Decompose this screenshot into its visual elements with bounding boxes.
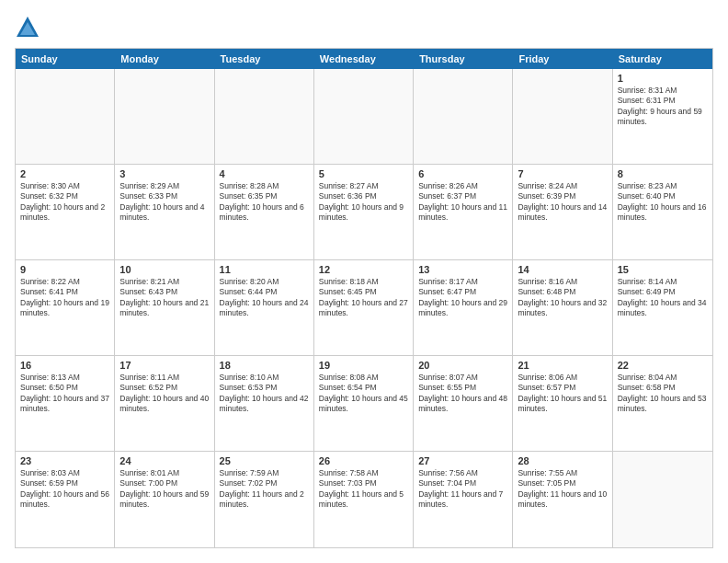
cell-date: 11 [220, 264, 309, 275]
cell-date: 9 [20, 264, 109, 275]
day-header-sunday: Sunday [16, 49, 115, 69]
calendar-cell [613, 452, 712, 547]
calendar-cell: 24Sunrise: 8:01 AM Sunset: 7:00 PM Dayli… [115, 452, 214, 547]
day-header-saturday: Saturday [613, 49, 712, 69]
calendar-cell: 11Sunrise: 8:20 AM Sunset: 6:44 PM Dayli… [215, 260, 314, 355]
calendar-cell: 22Sunrise: 8:04 AM Sunset: 6:58 PM Dayli… [613, 356, 712, 451]
cell-info: Sunrise: 8:01 AM Sunset: 7:00 PM Dayligh… [119, 468, 209, 511]
calendar-cell: 3Sunrise: 8:29 AM Sunset: 6:33 PM Daylig… [115, 165, 214, 259]
cell-info: Sunrise: 8:28 AM Sunset: 6:35 PM Dayligh… [220, 181, 309, 224]
cell-info: Sunrise: 8:04 AM Sunset: 6:58 PM Dayligh… [618, 373, 708, 415]
cell-info: Sunrise: 8:11 AM Sunset: 6:52 PM Dayligh… [119, 373, 209, 415]
calendar-cell [115, 69, 214, 164]
cell-date: 24 [119, 455, 209, 466]
cell-info: Sunrise: 8:31 AM Sunset: 6:31 PM Dayligh… [618, 86, 708, 128]
calendar-cell: 15Sunrise: 8:14 AM Sunset: 6:49 PM Dayli… [613, 260, 712, 355]
cell-info: Sunrise: 8:29 AM Sunset: 6:33 PM Dayligh… [119, 181, 209, 224]
day-header-monday: Monday [115, 49, 214, 69]
calendar-cell: 12Sunrise: 8:18 AM Sunset: 6:45 PM Dayli… [314, 260, 414, 355]
calendar-cell: 6Sunrise: 8:26 AM Sunset: 6:37 PM Daylig… [414, 165, 513, 259]
cell-date: 10 [119, 264, 209, 275]
calendar-cell: 9Sunrise: 8:22 AM Sunset: 6:41 PM Daylig… [16, 260, 115, 355]
calendar-week-0: 1Sunrise: 8:31 AM Sunset: 6:31 PM Daylig… [16, 69, 712, 165]
cell-date: 1 [618, 73, 708, 84]
cell-info: Sunrise: 8:30 AM Sunset: 6:32 PM Dayligh… [20, 181, 109, 224]
calendar-body: 1Sunrise: 8:31 AM Sunset: 6:31 PM Daylig… [16, 69, 712, 547]
cell-date: 16 [20, 360, 109, 371]
cell-info: Sunrise: 8:14 AM Sunset: 6:49 PM Dayligh… [618, 277, 708, 319]
cell-date: 26 [319, 455, 408, 466]
cell-info: Sunrise: 8:07 AM Sunset: 6:55 PM Dayligh… [418, 373, 507, 415]
calendar: SundayMondayTuesdayWednesdayThursdayFrid… [15, 48, 713, 548]
cell-info: Sunrise: 7:59 AM Sunset: 7:02 PM Dayligh… [220, 468, 309, 511]
calendar-cell: 26Sunrise: 7:58 AM Sunset: 7:03 PM Dayli… [314, 452, 414, 547]
cell-date: 12 [319, 264, 408, 275]
cell-date: 25 [220, 455, 309, 466]
calendar-cell [414, 69, 513, 164]
cell-date: 17 [119, 360, 209, 371]
cell-date: 4 [220, 168, 309, 179]
calendar-week-1: 2Sunrise: 8:30 AM Sunset: 6:32 PM Daylig… [16, 165, 712, 260]
cell-date: 18 [220, 360, 309, 371]
cell-date: 27 [418, 455, 507, 466]
cell-info: Sunrise: 8:06 AM Sunset: 6:57 PM Dayligh… [518, 373, 607, 415]
calendar-week-4: 23Sunrise: 8:03 AM Sunset: 6:59 PM Dayli… [16, 452, 712, 547]
cell-info: Sunrise: 7:55 AM Sunset: 7:05 PM Dayligh… [518, 468, 607, 511]
day-header-tuesday: Tuesday [215, 49, 314, 69]
cell-info: Sunrise: 8:18 AM Sunset: 6:45 PM Dayligh… [319, 277, 408, 319]
calendar-cell: 13Sunrise: 8:17 AM Sunset: 6:47 PM Dayli… [414, 260, 513, 355]
cell-date: 7 [518, 168, 607, 179]
calendar-cell: 28Sunrise: 7:55 AM Sunset: 7:05 PM Dayli… [513, 452, 612, 547]
calendar-cell: 8Sunrise: 8:23 AM Sunset: 6:40 PM Daylig… [613, 165, 712, 259]
cell-date: 14 [518, 264, 607, 275]
cell-info: Sunrise: 8:03 AM Sunset: 6:59 PM Dayligh… [20, 468, 109, 511]
calendar-cell: 14Sunrise: 8:16 AM Sunset: 6:48 PM Dayli… [513, 260, 612, 355]
calendar-week-2: 9Sunrise: 8:22 AM Sunset: 6:41 PM Daylig… [16, 260, 712, 356]
calendar-cell: 17Sunrise: 8:11 AM Sunset: 6:52 PM Dayli… [115, 356, 214, 451]
cell-info: Sunrise: 7:56 AM Sunset: 7:04 PM Dayligh… [418, 468, 507, 511]
cell-date: 6 [418, 168, 507, 179]
calendar-cell: 10Sunrise: 8:21 AM Sunset: 6:43 PM Dayli… [115, 260, 214, 355]
day-header-friday: Friday [513, 49, 612, 69]
calendar-cell: 18Sunrise: 8:10 AM Sunset: 6:53 PM Dayli… [215, 356, 314, 451]
calendar-header: SundayMondayTuesdayWednesdayThursdayFrid… [16, 49, 712, 69]
cell-date: 3 [119, 168, 209, 179]
cell-date: 5 [319, 168, 408, 179]
calendar-cell: 19Sunrise: 8:08 AM Sunset: 6:54 PM Dayli… [314, 356, 414, 451]
cell-date: 28 [518, 455, 607, 466]
cell-date: 21 [518, 360, 607, 371]
cell-info: Sunrise: 8:27 AM Sunset: 6:36 PM Dayligh… [319, 181, 408, 224]
calendar-cell: 1Sunrise: 8:31 AM Sunset: 6:31 PM Daylig… [613, 69, 712, 164]
calendar-cell [513, 69, 612, 164]
cell-info: Sunrise: 8:10 AM Sunset: 6:53 PM Dayligh… [220, 373, 309, 415]
calendar-week-3: 16Sunrise: 8:13 AM Sunset: 6:50 PM Dayli… [16, 356, 712, 452]
cell-date: 19 [319, 360, 408, 371]
day-header-thursday: Thursday [414, 49, 513, 69]
logo [15, 15, 44, 40]
cell-info: Sunrise: 8:13 AM Sunset: 6:50 PM Dayligh… [20, 373, 109, 415]
calendar-cell: 27Sunrise: 7:56 AM Sunset: 7:04 PM Dayli… [414, 452, 513, 547]
calendar-cell [16, 69, 115, 164]
calendar-cell: 21Sunrise: 8:06 AM Sunset: 6:57 PM Dayli… [513, 356, 612, 451]
cell-info: Sunrise: 8:26 AM Sunset: 6:37 PM Dayligh… [418, 181, 507, 224]
calendar-cell: 5Sunrise: 8:27 AM Sunset: 6:36 PM Daylig… [314, 165, 414, 259]
calendar-cell: 20Sunrise: 8:07 AM Sunset: 6:55 PM Dayli… [414, 356, 513, 451]
calendar-cell [314, 69, 414, 164]
cell-date: 15 [618, 264, 708, 275]
calendar-cell: 7Sunrise: 8:24 AM Sunset: 6:39 PM Daylig… [513, 165, 612, 259]
logo-icon [15, 15, 40, 40]
cell-date: 2 [20, 168, 109, 179]
cell-info: Sunrise: 8:08 AM Sunset: 6:54 PM Dayligh… [319, 373, 408, 415]
calendar-cell: 4Sunrise: 8:28 AM Sunset: 6:35 PM Daylig… [215, 165, 314, 259]
header [15, 15, 713, 40]
cell-info: Sunrise: 8:21 AM Sunset: 6:43 PM Dayligh… [119, 277, 209, 319]
cell-info: Sunrise: 8:20 AM Sunset: 6:44 PM Dayligh… [220, 277, 309, 319]
cell-date: 22 [618, 360, 708, 371]
calendar-cell: 25Sunrise: 7:59 AM Sunset: 7:02 PM Dayli… [215, 452, 314, 547]
cell-info: Sunrise: 7:58 AM Sunset: 7:03 PM Dayligh… [319, 468, 408, 511]
cell-info: Sunrise: 8:22 AM Sunset: 6:41 PM Dayligh… [20, 277, 109, 319]
cell-info: Sunrise: 8:17 AM Sunset: 6:47 PM Dayligh… [418, 277, 507, 319]
calendar-cell: 23Sunrise: 8:03 AM Sunset: 6:59 PM Dayli… [16, 452, 115, 547]
calendar-cell: 16Sunrise: 8:13 AM Sunset: 6:50 PM Dayli… [16, 356, 115, 451]
cell-info: Sunrise: 8:16 AM Sunset: 6:48 PM Dayligh… [518, 277, 607, 319]
